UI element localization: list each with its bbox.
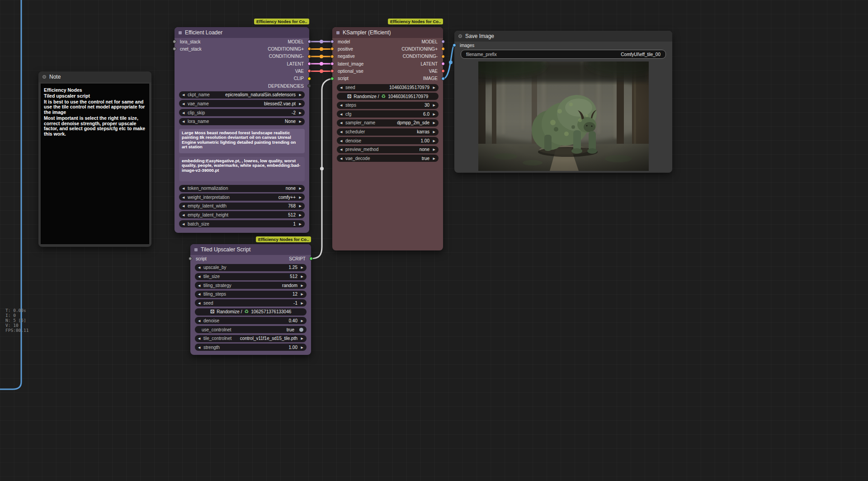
increment-arrow-icon[interactable] [299,337,303,340]
note-node-titlebar[interactable]: Note [38,71,151,82]
input-port-images[interactable] [453,43,456,47]
decrement-arrow-icon[interactable] [198,337,202,340]
decrement-arrow-icon[interactable] [340,121,344,124]
output-port-dependencies[interactable] [307,84,311,88]
widget-tile-size[interactable]: tile_size 512 [195,273,307,280]
collapse-icon[interactable] [336,31,340,34]
output-port-latent[interactable] [441,62,445,66]
randomize-seed-button[interactable]: ⚄ Randomize / ♻ 1062571376133046 [195,308,307,316]
tiled-upscaler-titlebar[interactable]: Tiled Upscaler Script [190,244,311,255]
decrement-arrow-icon[interactable] [198,292,202,296]
increment-arrow-icon[interactable] [297,102,302,105]
decrement-arrow-icon[interactable] [182,93,186,96]
increment-arrow-icon[interactable] [299,302,303,305]
output-port-latent[interactable] [307,62,311,66]
save-image-node[interactable]: Save Image images filename_prefix ComfyU… [454,31,672,173]
widget-empty-latent-height[interactable]: empty_latent_height 512 [179,211,305,218]
increment-arrow-icon[interactable] [299,266,303,269]
decrement-arrow-icon[interactable] [198,275,202,278]
widget-sampler-name[interactable]: sampler_name dpmpp_2m_sde [337,119,439,127]
output-port-conditioning-minus[interactable] [441,55,445,58]
widget-preview-method[interactable]: preview_method none [337,146,439,153]
widget-filename-prefix[interactable]: filename_prefix ComfyUI\eff_tile_00 [461,50,666,59]
decrement-arrow-icon[interactable] [182,204,186,207]
increment-arrow-icon[interactable] [299,346,303,349]
increment-arrow-icon[interactable] [297,187,302,190]
widget-lora-name[interactable]: lora_name None [179,118,305,125]
collapse-icon[interactable] [194,248,198,251]
increment-arrow-icon[interactable] [299,319,303,322]
efficient-loader-titlebar[interactable]: Efficient Loader [175,27,309,38]
increment-arrow-icon[interactable] [299,275,303,278]
decrement-arrow-icon[interactable] [340,104,344,107]
increment-arrow-icon[interactable] [431,157,435,160]
widget-seed[interactable]: seed -1 [195,299,307,307]
increment-arrow-icon[interactable] [297,120,302,123]
increment-arrow-icon[interactable] [299,284,303,287]
decrement-arrow-icon[interactable] [198,319,202,322]
increment-arrow-icon[interactable] [299,292,303,296]
output-port-vae[interactable] [441,69,445,73]
widget-weight-interpretation[interactable]: weight_interpretation comfy++ [179,193,305,201]
decrement-arrow-icon[interactable] [340,86,344,89]
output-port-script[interactable] [309,257,313,260]
widget-denoise[interactable]: denoise 1.00 [337,137,439,144]
decrement-arrow-icon[interactable] [198,302,202,305]
negative-prompt-textarea[interactable]: embedding:EasyNegative.pt, , lowres, low… [179,157,305,181]
save-image-titlebar[interactable]: Save Image [454,31,672,42]
increment-arrow-icon[interactable] [431,121,435,124]
increment-arrow-icon[interactable] [297,213,302,217]
widget-strength[interactable]: strength 1.00 [195,344,307,351]
widget-ckpt-name[interactable]: ckpt_name epicrealism_naturalSin.safeten… [179,91,305,99]
output-port-conditioning-plus[interactable] [307,47,311,51]
decrement-arrow-icon[interactable] [198,284,202,287]
input-port-positive[interactable] [330,47,334,51]
widget-batch-size[interactable]: batch_size 1 [179,220,305,227]
input-port-lora-stack[interactable] [173,40,176,43]
input-port-optional-vae[interactable] [330,69,334,73]
widget-token-normalization[interactable]: token_normalization none [179,185,305,192]
increment-arrow-icon[interactable] [297,196,302,199]
decrement-arrow-icon[interactable] [340,130,344,133]
output-port-conditioning-minus[interactable] [307,55,311,58]
widget-tiling-steps[interactable]: tiling_steps 12 [195,291,307,298]
increment-arrow-icon[interactable] [431,148,435,151]
ksampler-titlebar[interactable]: KSampler (Efficient) [332,27,443,38]
output-port-vae[interactable] [307,69,311,73]
widget-use-controlnet[interactable]: use_controlnet true [195,326,307,333]
decrement-arrow-icon[interactable] [198,266,202,269]
decrement-arrow-icon[interactable] [340,139,344,142]
widget-tiling-strategy[interactable]: tiling_strategy random [195,282,307,289]
note-node[interactable]: Note Efficiency Nodes Tiled upscaler scr… [38,71,151,247]
widget-vae-decode[interactable]: vae_decode true [337,155,439,162]
widget-clip-skip[interactable]: clip_skip -2 [179,109,305,116]
increment-arrow-icon[interactable] [431,139,435,142]
increment-arrow-icon[interactable] [431,104,435,107]
positive-prompt-textarea[interactable]: Large Moss beast redwood forest landscap… [179,129,305,153]
input-port-script[interactable] [189,257,192,260]
input-port-script[interactable] [330,77,334,80]
widget-denoise[interactable]: denoise 0.40 [195,317,307,324]
widget-steps[interactable]: steps 30 [337,102,439,109]
increment-arrow-icon[interactable] [297,93,302,96]
output-port-conditioning-plus[interactable] [441,47,445,51]
ksampler-efficient-node[interactable]: KSampler (Efficient) model MODEL positiv… [332,27,443,250]
decrement-arrow-icon[interactable] [182,102,186,105]
widget-empty-latent-width[interactable]: empty_latent_width 768 [179,203,305,210]
tiled-upscaler-script-node[interactable]: Tiled Upscaler Script script SCRIPT upsc… [190,244,311,355]
widget-tile-controlnet[interactable]: tile_controlnet control_v11f1e_sd15_tile… [195,335,307,342]
decrement-arrow-icon[interactable] [198,346,202,349]
decrement-arrow-icon[interactable] [340,113,344,116]
increment-arrow-icon[interactable] [431,130,435,133]
decrement-arrow-icon[interactable] [340,157,344,160]
widget-upscale-by[interactable]: upscale_by 1.25 [195,264,307,271]
increment-arrow-icon[interactable] [431,113,435,116]
output-port-model[interactable] [441,40,445,43]
widget-vae-name[interactable]: vae_name blessed2.vae.pt [179,100,305,107]
efficient-loader-node[interactable]: Efficient Loader lora_stack MODEL cnet_s… [175,27,309,233]
output-port-image[interactable] [441,77,445,80]
input-port-cnet-stack[interactable] [173,47,176,51]
collapse-icon[interactable] [179,31,182,34]
randomize-seed-button[interactable]: ⚄ Randomize / ♻ 1046036195170979 [337,93,439,100]
output-port-clip[interactable] [307,77,311,80]
